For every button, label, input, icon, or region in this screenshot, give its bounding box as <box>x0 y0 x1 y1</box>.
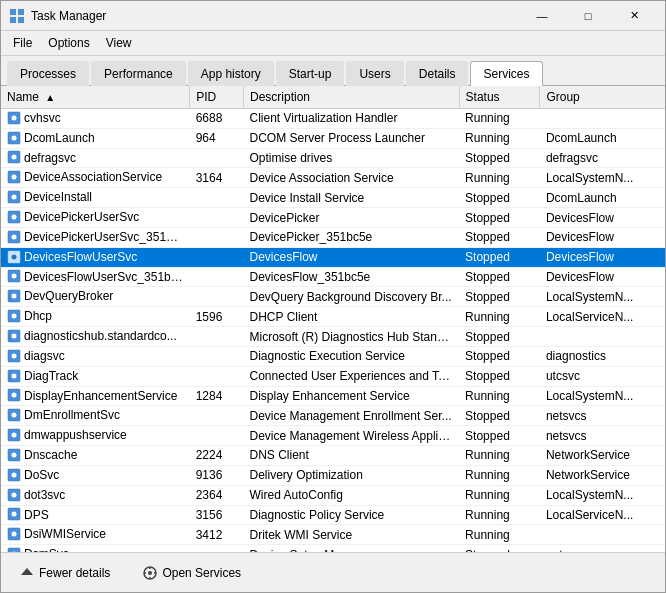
service-name-text: DsiWMIService <box>24 527 106 541</box>
service-group: netsvcs <box>540 426 665 446</box>
service-description: Connected User Experiences and Tel... <box>244 366 460 386</box>
table-row[interactable]: DevicePickerUserSvc_351bc...DevicePicker… <box>1 227 665 247</box>
fewer-details-button[interactable]: Fewer details <box>11 561 118 585</box>
service-name-cell: DmEnrollmentSvc <box>1 406 190 426</box>
table-row[interactable]: DsiWMIService3412Dritek WMI ServiceRunni… <box>1 525 665 545</box>
table-row[interactable]: DevicesFlowUserSvc_351bc5eDevicesFlow_35… <box>1 267 665 287</box>
service-status: Running <box>459 307 540 327</box>
service-icon <box>7 508 24 522</box>
table-row[interactable]: defragsvcOptimise drivesStoppeddefragsvc <box>1 148 665 168</box>
service-name-cell: cvhsvc <box>1 109 190 129</box>
svg-point-23 <box>12 294 17 299</box>
table-row[interactable]: dot3svc2364Wired AutoConfigRunningLocalS… <box>1 485 665 505</box>
table-row[interactable]: DcomLaunch964DCOM Server Process Launche… <box>1 128 665 148</box>
service-pid: 3164 <box>190 168 244 188</box>
col-header-description[interactable]: Description <box>244 86 460 109</box>
service-icon <box>7 111 24 125</box>
footer-bar: Fewer details Open Services <box>1 552 665 592</box>
table-row[interactable]: Dnscache2224DNS ClientRunningNetworkServ… <box>1 446 665 466</box>
table-row[interactable]: DeviceInstallDevice Install ServiceStopp… <box>1 188 665 208</box>
table-row[interactable]: DmEnrollmentSvcDevice Management Enrollm… <box>1 406 665 426</box>
service-description: Client Virtualization Handler <box>244 109 460 129</box>
service-name-cell: dot3svc <box>1 485 190 505</box>
service-status: Running <box>459 465 540 485</box>
service-group <box>540 327 665 347</box>
svg-point-17 <box>12 234 17 239</box>
table-row[interactable]: DsmSvcDevice Setup ManagerStoppednetsvcs <box>1 545 665 552</box>
service-group: DcomLaunch <box>540 188 665 208</box>
service-group: netsvcs <box>540 406 665 426</box>
service-name-cell: diagsvc <box>1 346 190 366</box>
table-row[interactable]: DiagTrackConnected User Experiences and … <box>1 366 665 386</box>
svg-point-5 <box>12 115 17 120</box>
service-name-cell: DeviceAssociationService <box>1 168 190 188</box>
service-status: Stopped <box>459 267 540 287</box>
service-pid <box>190 346 244 366</box>
tab-startup[interactable]: Start-up <box>276 61 345 86</box>
table-row[interactable]: DisplayEnhancementService1284Display Enh… <box>1 386 665 406</box>
tab-users[interactable]: Users <box>346 61 403 86</box>
service-status: Running <box>459 128 540 148</box>
table-row[interactable]: Dhcp1596DHCP ClientRunningLocalServiceN.… <box>1 307 665 327</box>
svg-point-37 <box>12 433 17 438</box>
table-row[interactable]: DevicesFlowUserSvcDevicesFlowStoppedDevi… <box>1 247 665 267</box>
svg-point-21 <box>12 274 17 279</box>
service-name-cell: DevicePickerUserSvc_351bc... <box>1 227 190 247</box>
service-icon <box>7 369 24 383</box>
tab-services[interactable]: Services <box>470 61 542 86</box>
svg-rect-1 <box>18 9 24 15</box>
table-row[interactable]: DevicePickerUserSvcDevicePickerStoppedDe… <box>1 208 665 228</box>
services-table-container[interactable]: Name ▲ PID Description Status Group cvhs… <box>1 86 665 552</box>
table-row[interactable]: DPS3156Diagnostic Policy ServiceRunningL… <box>1 505 665 525</box>
service-group: LocalSystemN... <box>540 386 665 406</box>
col-header-name[interactable]: Name ▲ <box>1 86 190 109</box>
service-pid: 3156 <box>190 505 244 525</box>
service-status: Running <box>459 386 540 406</box>
table-row[interactable]: diagnosticshub.standardco...Microsoft (R… <box>1 327 665 347</box>
service-icon <box>7 151 24 165</box>
service-group: LocalServiceN... <box>540 307 665 327</box>
service-pid: 1284 <box>190 386 244 406</box>
tab-app-history[interactable]: App history <box>188 61 274 86</box>
table-row[interactable]: DoSvc9136Delivery OptimizationRunningNet… <box>1 465 665 485</box>
service-name-cell: DoSvc <box>1 465 190 485</box>
minimize-button[interactable]: — <box>519 1 565 31</box>
maximize-button[interactable]: □ <box>565 1 611 31</box>
table-row[interactable]: diagsvcDiagnostic Execution ServiceStopp… <box>1 346 665 366</box>
table-row[interactable]: DeviceAssociationService3164Device Assoc… <box>1 168 665 188</box>
svg-point-7 <box>12 135 17 140</box>
service-status: Running <box>459 525 540 545</box>
service-name-text: DiagTrack <box>24 369 78 383</box>
col-header-status[interactable]: Status <box>459 86 540 109</box>
service-status: Stopped <box>459 148 540 168</box>
table-row[interactable]: DevQueryBrokerDevQuery Background Discov… <box>1 287 665 307</box>
table-row[interactable]: dmwappushserviceDevice Management Wirele… <box>1 426 665 446</box>
service-pid <box>190 247 244 267</box>
tab-processes[interactable]: Processes <box>7 61 89 86</box>
service-name-cell: DsiWMIService <box>1 525 190 545</box>
service-name-text: DcomLaunch <box>24 131 95 145</box>
open-services-button[interactable]: Open Services <box>134 561 249 585</box>
service-name-text: DoSvc <box>24 468 59 482</box>
close-button[interactable]: ✕ <box>611 1 657 31</box>
service-name-text: DisplayEnhancementService <box>24 389 177 403</box>
service-name-cell: defragsvc <box>1 148 190 168</box>
table-row[interactable]: cvhsvc6688Client Virtualization HandlerR… <box>1 109 665 129</box>
service-status: Running <box>459 505 540 525</box>
tab-details[interactable]: Details <box>406 61 469 86</box>
menu-options[interactable]: Options <box>40 33 97 53</box>
title-bar: Task Manager — □ ✕ <box>1 1 665 31</box>
col-header-pid[interactable]: PID <box>190 86 244 109</box>
menu-view[interactable]: View <box>98 33 140 53</box>
col-header-group[interactable]: Group <box>540 86 665 109</box>
service-status: Stopped <box>459 227 540 247</box>
service-status: Running <box>459 109 540 129</box>
tab-performance[interactable]: Performance <box>91 61 186 86</box>
service-icon <box>7 250 24 264</box>
service-icon <box>7 448 24 462</box>
menu-file[interactable]: File <box>5 33 40 53</box>
svg-point-45 <box>12 512 17 517</box>
service-name-text: Dhcp <box>24 309 52 323</box>
window-title: Task Manager <box>31 9 519 23</box>
main-content: Name ▲ PID Description Status Group cvhs… <box>1 86 665 552</box>
